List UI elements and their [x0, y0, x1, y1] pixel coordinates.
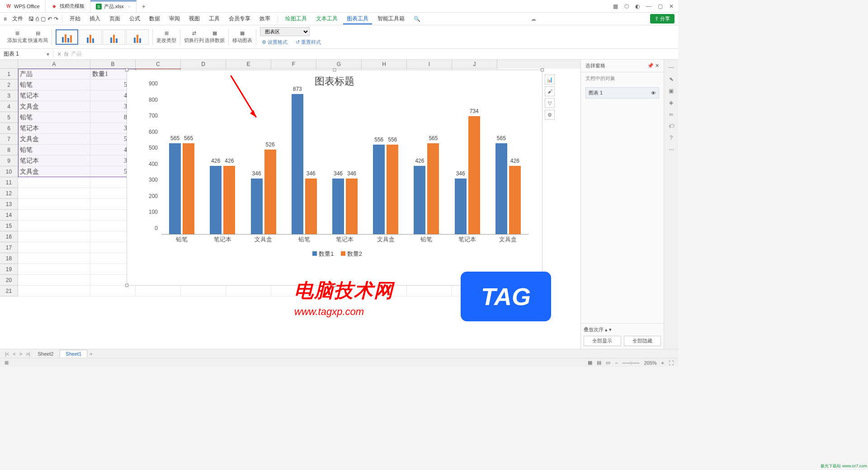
row-header[interactable]: 19: [0, 264, 18, 275]
chart-style-1[interactable]: [56, 29, 78, 45]
chart-settings-button[interactable]: ⚙: [545, 110, 555, 120]
bar-group[interactable]: 873346: [284, 94, 325, 234]
show-all-button[interactable]: 全部显示: [584, 336, 621, 346]
cell[interactable]: [18, 177, 90, 188]
zoom-level[interactable]: 205%: [644, 360, 656, 366]
col-header[interactable]: C: [136, 60, 181, 69]
menu-view[interactable]: 视图: [185, 13, 203, 24]
help-icon[interactable]: ?: [670, 135, 673, 141]
row-header[interactable]: 11: [0, 177, 18, 188]
bar-group[interactable]: 565426: [488, 143, 528, 234]
cancel-icon[interactable]: ✕: [57, 51, 61, 57]
chart-title[interactable]: 图表标题: [127, 70, 542, 90]
link-icon[interactable]: ∞: [669, 111, 673, 118]
row-header[interactable]: 14: [0, 210, 18, 221]
menu-formula[interactable]: 公式: [126, 13, 144, 24]
fullscreen-icon[interactable]: ⛶: [669, 360, 674, 366]
add-sheet-icon[interactable]: +: [88, 351, 94, 357]
chart-legend[interactable]: 数量1 数量2: [127, 244, 542, 261]
more-icon[interactable]: ⋯: [669, 146, 674, 153]
minimize-icon[interactable]: —: [646, 3, 651, 9]
row-header[interactable]: 4: [0, 101, 18, 112]
bar-group[interactable]: 426426: [202, 166, 243, 234]
menu-chart-tools[interactable]: 图表工具: [343, 13, 372, 24]
cell[interactable]: [18, 210, 90, 221]
zoom-in-icon[interactable]: +: [661, 360, 664, 366]
fx-label[interactable]: fx: [64, 51, 68, 57]
close-icon[interactable]: ○: [128, 4, 131, 9]
sheet-tab-active[interactable]: Sheet1: [60, 350, 87, 357]
save-icon[interactable]: 🖫: [28, 16, 34, 22]
minus-icon[interactable]: —: [669, 64, 674, 70]
cloud-icon[interactable]: ☁: [531, 16, 536, 22]
row-header[interactable]: 8: [0, 145, 18, 155]
menu-text-tools[interactable]: 文本工具: [312, 13, 341, 24]
bar-group[interactable]: 426565: [406, 143, 447, 234]
cell[interactable]: [90, 286, 136, 296]
row-header[interactable]: 16: [0, 231, 18, 242]
col-header[interactable]: I: [407, 60, 452, 69]
cell[interactable]: [18, 286, 90, 296]
row-header[interactable]: 20: [0, 275, 18, 286]
last-sheet-icon[interactable]: >|: [24, 351, 31, 357]
bar-group[interactable]: 346346: [325, 179, 365, 234]
cell[interactable]: [18, 231, 90, 242]
tab-file-active[interactable]: S 产品.xlsx ○: [90, 0, 137, 12]
row-header[interactable]: 10: [0, 166, 18, 177]
tag-icon[interactable]: 🏷: [669, 123, 674, 129]
menu-start[interactable]: 开始: [66, 13, 84, 24]
hide-all-button[interactable]: 全部隐藏: [624, 336, 661, 346]
col-header[interactable]: D: [181, 60, 226, 69]
chart-area-select[interactable]: 图表区: [260, 27, 310, 36]
row-header[interactable]: 15: [0, 221, 18, 231]
sheet-tab[interactable]: Sheet2: [32, 350, 59, 357]
change-type-button[interactable]: ⊞更改类型: [156, 30, 176, 44]
menu-smart-toolbox[interactable]: 智能工具箱: [374, 13, 408, 24]
close-icon[interactable]: ✕: [655, 63, 659, 68]
view-break-icon[interactable]: ▭: [606, 360, 610, 366]
share-button[interactable]: ⇪分享: [650, 14, 675, 24]
menu-data[interactable]: 数据: [146, 13, 164, 24]
cell[interactable]: 铅笔: [18, 80, 90, 90]
menu-page[interactable]: 页面: [106, 13, 124, 24]
view-normal-icon[interactable]: ▦: [588, 360, 592, 366]
cell[interactable]: 笔记本: [18, 123, 90, 134]
add-element-button[interactable]: ⊞添加元素: [7, 30, 27, 44]
cell[interactable]: [18, 188, 90, 199]
cell[interactable]: 笔记本: [18, 155, 90, 166]
cell[interactable]: 文具盒: [18, 134, 90, 145]
row-header[interactable]: 12: [0, 188, 18, 199]
shapes-icon[interactable]: ◈: [669, 99, 673, 106]
tab-wps[interactable]: W WPS Office: [0, 0, 46, 12]
menu-review[interactable]: 审阅: [165, 13, 184, 24]
cell[interactable]: [181, 286, 226, 296]
first-sheet-icon[interactable]: |<: [4, 351, 10, 357]
col-header[interactable]: B: [90, 60, 136, 69]
zoom-out-icon[interactable]: −: [615, 360, 618, 366]
menu-efficiency[interactable]: 效率: [256, 13, 274, 24]
move-chart-button[interactable]: ▦移动图表: [232, 30, 252, 44]
cell[interactable]: [18, 275, 90, 286]
chart-style-3[interactable]: [103, 29, 125, 45]
bar-group[interactable]: 346734: [447, 116, 488, 234]
cell[interactable]: 产品: [18, 69, 90, 80]
search-icon[interactable]: 🔍: [414, 16, 420, 22]
new-tab-button[interactable]: +: [137, 3, 151, 10]
chart-style-4[interactable]: [126, 29, 149, 45]
preview-icon[interactable]: ▢: [41, 16, 46, 22]
chart-elements-button[interactable]: 📊: [545, 75, 555, 85]
cell[interactable]: [18, 242, 90, 253]
select-data-button[interactable]: ▦选择数据: [205, 30, 225, 44]
chart-object[interactable]: 📊 🖌 ▽ ⚙ 图表标题 010020030040050060070080090…: [127, 70, 542, 286]
col-header[interactable]: E: [226, 60, 271, 69]
menu-file[interactable]: 文件: [9, 13, 27, 24]
close-icon[interactable]: ✕: [669, 3, 674, 9]
cell[interactable]: [136, 286, 181, 296]
pin-icon[interactable]: 📌: [647, 63, 654, 68]
row-header[interactable]: 3: [0, 90, 18, 101]
row-header[interactable]: 6: [0, 123, 18, 134]
avatar-icon[interactable]: ◐: [635, 3, 640, 9]
col-header[interactable]: J: [452, 60, 497, 69]
menu-tools[interactable]: 工具: [205, 13, 223, 24]
cell[interactable]: [18, 221, 90, 231]
